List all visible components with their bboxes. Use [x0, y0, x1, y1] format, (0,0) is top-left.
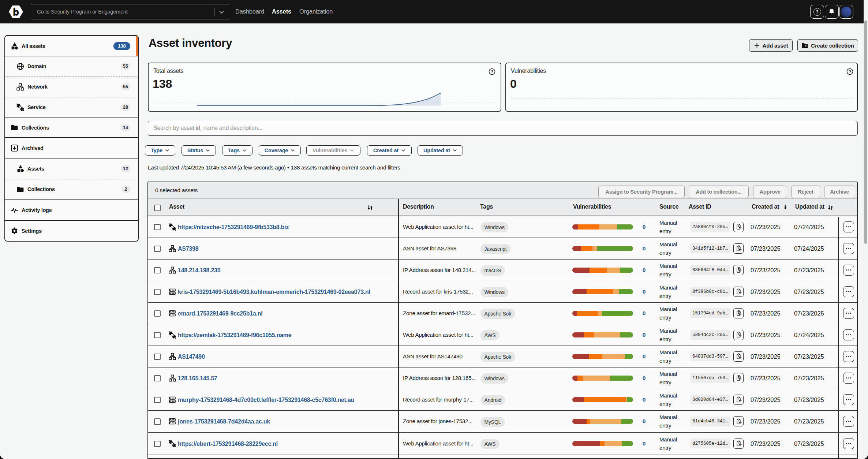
svg-text:b: b: [13, 7, 19, 18]
